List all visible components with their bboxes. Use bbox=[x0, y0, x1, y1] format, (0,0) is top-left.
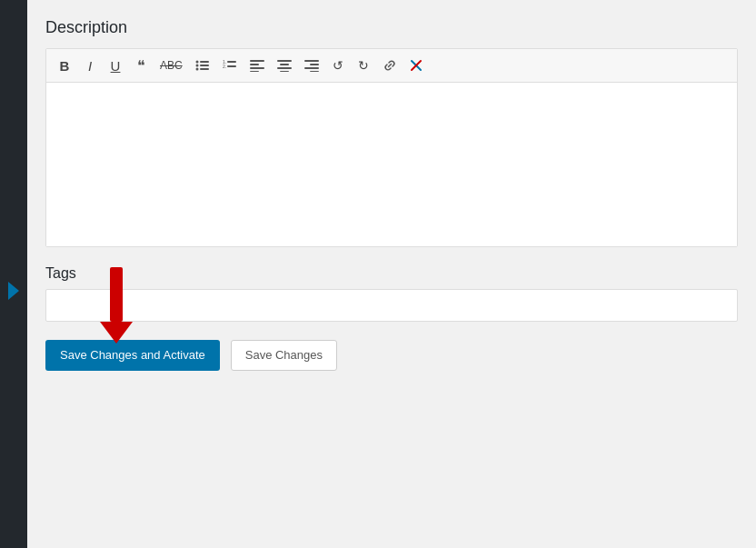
strikethrough-button[interactable]: ABC bbox=[155, 55, 187, 76]
description-editor: B I U ❝ ABC 1. 2. bbox=[45, 48, 738, 247]
svg-text:2.: 2. bbox=[223, 64, 226, 69]
svg-rect-9 bbox=[227, 65, 236, 67]
svg-rect-15 bbox=[280, 64, 289, 65]
svg-rect-7 bbox=[227, 61, 236, 63]
svg-rect-5 bbox=[200, 68, 209, 70]
svg-rect-18 bbox=[304, 60, 319, 62]
svg-rect-12 bbox=[250, 67, 264, 69]
arrow-head bbox=[100, 322, 133, 344]
link-button[interactable] bbox=[378, 55, 402, 76]
tags-section: Tags bbox=[45, 265, 738, 322]
svg-rect-16 bbox=[277, 67, 292, 69]
description-title: Description bbox=[45, 0, 738, 48]
quote-button[interactable]: ❝ bbox=[130, 55, 152, 76]
svg-rect-13 bbox=[250, 71, 259, 72]
align-left-button[interactable] bbox=[245, 55, 269, 76]
save-and-activate-button[interactable]: Save Changes and Activate bbox=[45, 340, 220, 371]
save-changes-button[interactable]: Save Changes bbox=[231, 340, 337, 371]
svg-point-0 bbox=[195, 61, 198, 64]
main-content: Description B I U ❝ ABC 1. bbox=[27, 0, 756, 548]
undo-button[interactable]: ↺ bbox=[327, 55, 349, 76]
svg-rect-20 bbox=[304, 67, 319, 69]
svg-rect-3 bbox=[200, 65, 209, 66]
align-right-button[interactable] bbox=[300, 55, 323, 76]
tags-label: Tags bbox=[45, 265, 738, 282]
svg-rect-11 bbox=[250, 64, 259, 65]
underline-button[interactable]: U bbox=[104, 55, 126, 76]
svg-rect-17 bbox=[280, 71, 289, 72]
redo-button[interactable]: ↻ bbox=[353, 55, 374, 76]
italic-button[interactable]: I bbox=[79, 55, 101, 76]
sidebar-arrow-indicator bbox=[8, 282, 19, 300]
bold-button[interactable]: B bbox=[54, 55, 75, 76]
arrow-shaft bbox=[110, 267, 123, 322]
buttons-section: Save Changes and Activate Save Changes bbox=[45, 340, 738, 371]
ordered-list-button[interactable]: 1. 2. bbox=[218, 55, 242, 76]
svg-point-4 bbox=[195, 68, 198, 71]
editor-body[interactable] bbox=[46, 83, 737, 246]
tags-input[interactable] bbox=[45, 289, 738, 322]
annotation-arrow bbox=[100, 267, 133, 344]
close-editor-button[interactable] bbox=[405, 55, 427, 76]
svg-rect-21 bbox=[310, 71, 319, 72]
svg-rect-19 bbox=[310, 64, 319, 65]
unordered-list-button[interactable] bbox=[191, 55, 214, 76]
align-center-button[interactable] bbox=[273, 55, 296, 76]
sidebar bbox=[0, 0, 27, 548]
editor-toolbar: B I U ❝ ABC 1. 2. bbox=[46, 49, 737, 83]
svg-rect-10 bbox=[250, 60, 264, 62]
svg-rect-14 bbox=[277, 60, 292, 62]
svg-rect-1 bbox=[200, 61, 209, 63]
svg-point-2 bbox=[195, 65, 198, 67]
